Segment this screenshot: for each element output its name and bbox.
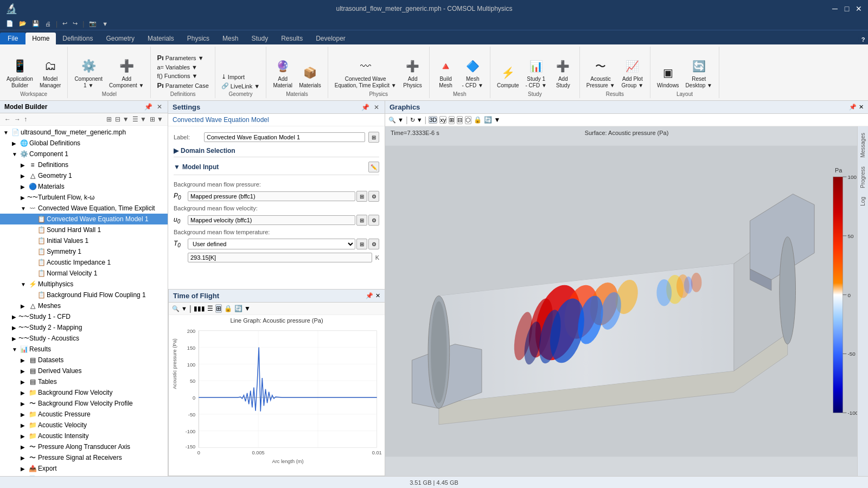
build-mesh-button[interactable]: 🔺 BuildMesh (434, 56, 458, 90)
tree-item-global-def[interactable]: ▶ 🌐 Global Definitions (0, 138, 168, 149)
toggle-definitions[interactable]: ▶ (21, 162, 27, 168)
filter-button[interactable]: ☰ ▼ (131, 115, 148, 124)
tab-definitions[interactable]: Definitions (56, 33, 99, 44)
toggle-acoustic-int[interactable]: ▶ (21, 433, 27, 439)
add-plot-group-button[interactable]: 📈 Add PlotGroup ▼ (620, 56, 646, 90)
tree-item-turbulent[interactable]: ▶ 〜〜 Turbulent Flow, k-ω (0, 192, 168, 203)
tree-item-results[interactable]: ▼ 📊 Results (0, 344, 168, 355)
log-tab[interactable]: Log (858, 192, 867, 210)
help-button[interactable]: ? (858, 35, 868, 44)
graphics-pin-button[interactable]: 📌 (849, 104, 857, 111)
tree-item-bgfluid[interactable]: 📋 Background Fluid Flow Coupling 1 (0, 290, 168, 300)
window-controls[interactable]: ─ □ ✕ (831, 5, 863, 12)
tof-lock-button[interactable]: 🔒 (224, 305, 232, 312)
toggle-tables[interactable]: ▶ (21, 379, 27, 385)
toggle-datasets[interactable]: ▶ (21, 357, 27, 363)
toggle-bg-flow-prof[interactable]: ▶ (21, 401, 27, 407)
tree-item-soundhard[interactable]: 📋 Sound Hard Wall 1 (0, 224, 168, 235)
bg-temp-select[interactable]: User defined From material (188, 239, 355, 249)
view-button[interactable]: ⊞ ▼ (149, 115, 164, 124)
tree-item-initialvals[interactable]: 📋 Initial Values 1 (0, 235, 168, 246)
toggle-study2[interactable]: ▶ (12, 325, 18, 331)
tree-item-component1[interactable]: ▼ ⚙️ Component 1 (0, 149, 168, 159)
graphics-refresh-button[interactable]: 🔄 ▼ (484, 116, 500, 124)
toggle-root[interactable]: ▼ (3, 130, 10, 136)
tof-pin-button[interactable]: 📌 (366, 292, 373, 299)
tree-item-tables[interactable]: ▶ ▤ Tables (0, 376, 168, 387)
tree-item-pressure-trans[interactable]: ▶ 〜 Pressure Along Transducer Axis (0, 441, 168, 452)
model-input-header[interactable]: ▼ Model Input ✏️ (174, 159, 379, 175)
bg-velocity-settings-button[interactable]: ⚙ (368, 215, 379, 226)
tree-item-study1-cfd[interactable]: ▶ 〜〜 Study 1 - CFD (0, 311, 168, 322)
toggle-study-acoustics[interactable]: ▶ (12, 336, 18, 342)
print-button[interactable]: 🖨 (43, 20, 53, 28)
tab-file[interactable]: File (0, 33, 25, 44)
tree-item-materials[interactable]: ▶ 🔵 Materials (0, 181, 168, 192)
messages-tab[interactable]: Messages (858, 129, 867, 162)
toggle-component1[interactable]: ▼ (12, 151, 18, 157)
close-panel-button[interactable]: ✕ (156, 103, 163, 111)
nav-back-button[interactable]: ← (3, 115, 12, 124)
toggle-export[interactable]: ▶ (21, 466, 27, 472)
toggle-results[interactable]: ▼ (12, 346, 18, 352)
tree-item-root[interactable]: ▼ 📄 ultrasound_flow_meter_generic.mph (0, 127, 168, 138)
graphics-viewyz-button[interactable]: ⊟ (457, 116, 463, 124)
toggle-pressure-trans[interactable]: ▶ (21, 444, 27, 450)
toggle-acoustic-vel[interactable]: ▶ (21, 422, 27, 428)
bg-temp-value-input[interactable] (188, 253, 372, 262)
tree-item-study-acoustics[interactable]: ▶ 〜〜 Study - Acoustics (0, 333, 168, 344)
parameter-case-button[interactable]: Pı Parameter Case (155, 81, 210, 90)
maximize-button[interactable]: □ (843, 5, 851, 12)
undo-button[interactable]: ↩ (61, 20, 69, 28)
toggle-cwe[interactable]: ▼ (21, 206, 27, 211)
tof-list-button[interactable]: ☰ (207, 305, 213, 312)
tof-refresh-button[interactable]: 🔄 ▼ (234, 305, 251, 312)
graphics-viewxz-button[interactable]: ⊞ (449, 116, 455, 124)
label-btn[interactable]: ⊞ (368, 132, 379, 143)
nav-forward-button[interactable]: → (13, 115, 22, 124)
add-study-button[interactable]: ➕ AddStudy (551, 56, 575, 90)
progress-tab[interactable]: Progress (858, 162, 867, 192)
tree-item-export[interactable]: ▶ 📤 Export (0, 463, 168, 474)
new-button[interactable]: 📄 (4, 20, 15, 28)
parameters-button[interactable]: Pı Parameters ▼ (155, 53, 210, 62)
study1-cfd-button[interactable]: 📊 Study 1- CFD ▼ (524, 56, 549, 90)
settings-btn[interactable]: ▼ (100, 20, 110, 28)
import-button[interactable]: ⤓ Import (220, 73, 261, 81)
toggle-acoustic-press[interactable]: ▶ (21, 412, 27, 418)
tof-zoom-button[interactable]: 🔍 ▼ (172, 305, 187, 312)
tree-item-cwemodel1[interactable]: 📋 Convected Wave Equation Model 1 (0, 214, 168, 224)
save-button[interactable]: 💾 (30, 20, 41, 28)
redo-button[interactable]: ↪ (71, 20, 79, 28)
toggle-materials[interactable]: ▶ (21, 184, 27, 190)
tree-item-cwe[interactable]: ▼ 〰 Convected Wave Equation, Time Explic… (0, 203, 168, 214)
tree-item-definitions[interactable]: ▶ ≡ Definitions (0, 159, 168, 170)
graphics-zoom-button[interactable]: 🔍 ▼ (388, 117, 404, 124)
application-builder-button[interactable]: 📱 ApplicationBuilder (4, 56, 35, 90)
settings-close-button[interactable]: ✕ (373, 104, 380, 111)
variables-button[interactable]: a= Variables ▼ (155, 63, 210, 71)
graphics-lock-button[interactable]: 🔒 (474, 116, 482, 124)
materials-button[interactable]: 📦 Materials (297, 63, 323, 90)
tree-item-acoustic-imp[interactable]: 📋 Acoustic Impedance 1 (0, 257, 168, 268)
convected-wave-button[interactable]: 〰 Convected WaveEquation, Time Explicit … (333, 56, 399, 90)
close-button[interactable]: ✕ (855, 5, 863, 12)
tree-item-multiphysics[interactable]: ▼ ⚡ Multiphysics (0, 279, 168, 290)
toggle-pressure-sig[interactable]: ▶ (21, 455, 27, 461)
tab-physics[interactable]: Physics (181, 33, 216, 44)
acoustic-pressure-button[interactable]: 〜 AcousticPressure ▼ (584, 56, 617, 90)
functions-button[interactable]: f() Functions ▼ (155, 72, 210, 80)
tree-item-geometry1[interactable]: ▶ △ Geometry 1 (0, 170, 168, 181)
domain-selection-header[interactable]: ▶ Domain Selection (174, 145, 379, 157)
toggle-meshes[interactable]: ▶ (21, 303, 27, 309)
tab-study[interactable]: Study (245, 33, 275, 44)
model-manager-button[interactable]: 🗂 ModelManager (37, 56, 63, 90)
tab-geometry[interactable]: Geometry (99, 33, 141, 44)
tab-results[interactable]: Results (275, 33, 309, 44)
tree-item-acoustic-int[interactable]: ▶ 📁 Acoustic Intensity (0, 431, 168, 441)
tree-item-acoustic-vel[interactable]: ▶ 📁 Acoustic Velocity (0, 420, 168, 431)
add-material-button[interactable]: 🔮 AddMaterial (271, 56, 295, 90)
tree-item-reports[interactable]: ▶ 📄 Reports (0, 474, 168, 476)
bg-temp-map-button[interactable]: ⊞ (356, 239, 367, 249)
reset-desktop-button[interactable]: 🔄 ResetDesktop ▼ (684, 56, 714, 90)
